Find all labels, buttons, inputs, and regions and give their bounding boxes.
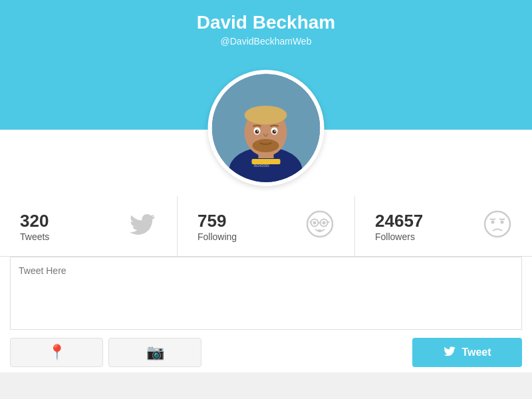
followers-text: 24657 Followers — [375, 211, 423, 242]
action-bar: 📍 📷 Tweet — [0, 332, 532, 372]
svg-point-12 — [275, 130, 276, 132]
svg-point-23 — [485, 211, 510, 237]
tweet-button-label: Tweet — [462, 346, 491, 358]
followers-stat: 24657 Followers — [355, 196, 532, 256]
stats-row: 320 Tweets 759 Following — [0, 196, 532, 257]
profile-name: David Beckham — [197, 12, 336, 33]
tweet-input[interactable] — [10, 257, 522, 330]
tweets-stat: 320 Tweets — [0, 196, 178, 256]
twitter-bird-icon — [128, 209, 157, 243]
header-banner: David Beckham @DavidBeckhamWeb — [0, 0, 532, 130]
svg-point-5 — [245, 106, 287, 124]
svg-point-6 — [253, 139, 279, 152]
nerd-face-icon — [305, 209, 334, 243]
camera-icon: 📷 — [146, 344, 164, 361]
followers-label: Followers — [375, 231, 415, 242]
following-label: Following — [198, 231, 237, 242]
avatar: adidas — [208, 70, 325, 186]
svg-line-18 — [310, 221, 311, 223]
location-icon: 📍 — [48, 344, 66, 361]
tweets-label: Tweets — [20, 231, 49, 242]
svg-text:adidas: adidas — [254, 162, 270, 168]
tweet-area — [0, 257, 532, 332]
following-text: 759 Following — [198, 211, 237, 242]
svg-point-9 — [255, 130, 259, 134]
followers-count: 24657 — [375, 211, 423, 231]
avatar-inner: adidas — [212, 74, 321, 182]
svg-point-11 — [257, 130, 259, 132]
svg-point-21 — [323, 221, 326, 225]
svg-point-24 — [491, 221, 495, 224]
svg-rect-22 — [318, 229, 321, 232]
tweet-button[interactable]: Tweet — [412, 338, 522, 367]
svg-point-10 — [273, 130, 277, 134]
svg-point-25 — [501, 221, 504, 224]
tweet-button-bird-icon — [443, 344, 456, 361]
following-stat: 759 Following — [178, 196, 355, 256]
svg-point-20 — [313, 221, 317, 225]
avatar-image: adidas — [212, 74, 321, 182]
tweets-count: 320 — [20, 211, 49, 231]
tweets-text: 320 Tweets — [20, 211, 49, 242]
following-count: 759 — [198, 211, 226, 231]
worried-face-icon — [483, 209, 512, 243]
profile-handle: @DavidBeckhamWeb — [221, 36, 312, 47]
camera-button[interactable]: 📷 — [108, 338, 201, 367]
location-button[interactable]: 📍 — [10, 338, 103, 367]
